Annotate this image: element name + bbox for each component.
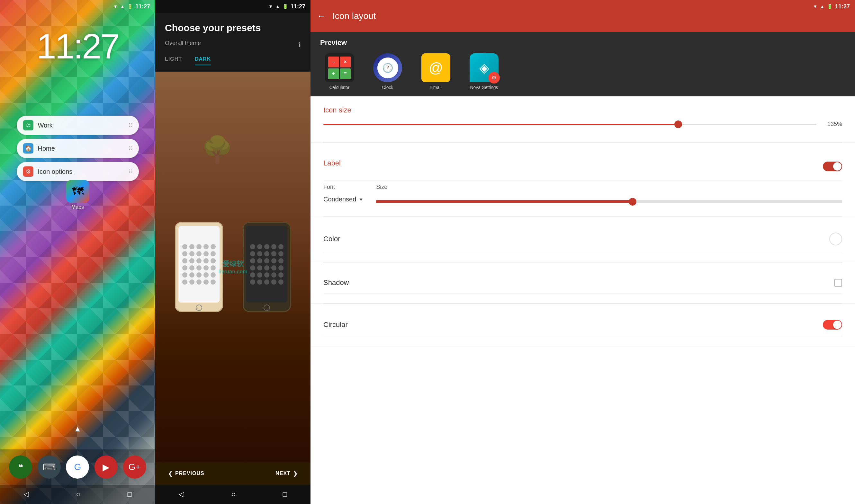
maps-icon-item[interactable]: 🗺 Maps xyxy=(66,180,89,210)
prev-arrow-icon: ❮ xyxy=(168,471,173,477)
font-dropdown-arrow: ▼ xyxy=(359,197,363,202)
dock-google[interactable]: G xyxy=(66,455,89,479)
icon-size-slider-row: 135% xyxy=(324,121,842,127)
tab-dark[interactable]: DARK xyxy=(195,56,211,65)
phone-screen-light xyxy=(178,226,220,303)
clock-icon: 🕐 xyxy=(373,53,402,82)
home-button-p2[interactable]: ○ xyxy=(231,490,235,499)
folder-item-icon-options[interactable]: ⚙ Icon options ⠿ xyxy=(17,162,139,181)
wifi-icon: ▲ xyxy=(120,4,125,9)
battery-icon-p2: 🔋 xyxy=(282,4,288,9)
font-column: Font Condensed ▼ xyxy=(324,184,363,203)
panel2-nav-bar: ◁ ○ □ xyxy=(155,485,311,504)
preview-section: Preview − × + = Calculator 🕐 Clock xyxy=(311,32,855,96)
phone-bottom-light xyxy=(176,305,222,311)
phone-mockup-dark xyxy=(243,222,291,312)
battery-icon: 🔋 xyxy=(127,4,133,9)
dots-grid-dark xyxy=(247,241,286,287)
panel2-title: Choose your presets xyxy=(165,22,301,33)
panel2-subtitle: Overall theme xyxy=(165,40,201,47)
icon-size-section: Icon size 135% xyxy=(311,96,855,143)
font-size-track[interactable] xyxy=(376,200,842,203)
back-button-p1[interactable]: ◁ xyxy=(23,490,29,499)
next-arrow-icon: ❯ xyxy=(293,471,298,477)
phones-preview: 🌳 xyxy=(155,72,311,462)
next-button[interactable]: NEXT ❯ xyxy=(276,471,298,477)
calculator-label: Calculator xyxy=(329,85,349,90)
previous-button[interactable]: ❮ PREVIOUS xyxy=(168,471,205,477)
battery-icon-p3: 🔋 xyxy=(827,4,833,9)
wifi-icon-p2: ▲ xyxy=(276,4,280,9)
back-button-p2[interactable]: ◁ xyxy=(179,490,184,499)
folder-icon-work: 🗂 xyxy=(23,120,33,130)
preview-clock: 🕐 Clock xyxy=(368,53,407,90)
color-circle[interactable] xyxy=(829,233,842,246)
shadow-label: Shadow xyxy=(324,278,349,287)
panel1-homescreen: ▼ ▲ 🔋 11:27 11:27 🗂 Work ⠿ 🏠 Home ⠿ ⚙ Ic… xyxy=(0,0,155,504)
circular-row: Circular xyxy=(324,313,842,336)
back-button-p3[interactable]: ← xyxy=(317,11,326,21)
signal-icon-p3: ▼ xyxy=(813,4,817,9)
icon-size-track[interactable] xyxy=(324,124,816,125)
status-time-panel1: 11:27 xyxy=(135,3,150,10)
folder-label-work: Work xyxy=(38,122,124,129)
circular-toggle[interactable] xyxy=(823,320,842,329)
folder-label-home: Home xyxy=(38,145,124,152)
folder-item-home[interactable]: 🏠 Home ⠿ xyxy=(17,139,139,158)
panel1-status-bar: ▼ ▲ 🔋 11:27 xyxy=(0,0,155,13)
circular-section: Circular xyxy=(311,304,855,346)
calculator-icon: − × + = xyxy=(325,53,354,82)
signal-icon-p2: ▼ xyxy=(268,4,273,9)
phone-home-dark xyxy=(264,305,270,311)
shadow-checkbox[interactable] xyxy=(834,279,842,287)
panel3-icon-layout: ▼ ▲ 🔋 11:27 ← Icon layout Preview − × + … xyxy=(311,0,855,504)
panel3-status-bar: ▼ ▲ 🔋 11:27 xyxy=(808,0,855,13)
folder-icon-home: 🏠 xyxy=(23,143,33,154)
icon-size-value: 135% xyxy=(823,121,842,127)
label-toggle[interactable] xyxy=(823,162,842,171)
preview-icons-row: − × + = Calculator 🕐 Clock @ Email xyxy=(320,53,845,90)
font-selector[interactable]: Condensed ▼ xyxy=(324,196,363,203)
folder-label-icon-options: Icon options xyxy=(38,168,124,175)
info-icon[interactable]: ℹ xyxy=(298,41,301,49)
dock-hangouts[interactable]: ❝ xyxy=(9,455,32,479)
recents-button-p2[interactable]: □ xyxy=(282,490,287,499)
dock-keyboard[interactable]: ⌨ xyxy=(38,455,61,479)
folder-grid-home: ⠿ xyxy=(128,145,133,151)
status-time-panel3: 11:27 xyxy=(835,3,850,10)
panel2-header: Choose your presets Overall theme ℹ xyxy=(155,13,311,56)
status-time-panel2: 11:27 xyxy=(291,3,306,10)
folder-icon-options: ⚙ xyxy=(23,166,33,177)
panel2-status-bar: ▼ ▲ 🔋 11:27 xyxy=(155,0,311,13)
label-section: Label Font Condensed ▼ Size xyxy=(311,143,855,216)
preview-nova-settings: ◈ ⚙ Nova Settings xyxy=(465,53,503,90)
dock-gplus[interactable]: G+ xyxy=(123,455,146,479)
home-clock: 11:27 xyxy=(0,26,155,67)
theme-tabs: LIGHT DARK xyxy=(155,56,311,65)
circular-label: Circular xyxy=(324,321,348,329)
folder-grid-work: ⠿ xyxy=(128,122,133,128)
previous-label: PREVIOUS xyxy=(175,471,205,476)
settings-content: Icon size 135% Label Font xyxy=(311,96,855,504)
toggle-thumb xyxy=(833,162,841,170)
clock-label: Clock xyxy=(382,85,393,90)
size-col-label: Size xyxy=(376,184,842,191)
signal-icon: ▼ xyxy=(113,4,118,9)
phone-home-light xyxy=(196,305,202,311)
circular-toggle-thumb xyxy=(833,321,841,329)
dock-youtube[interactable]: ▶ xyxy=(94,455,118,479)
home-button-p1[interactable]: ○ xyxy=(76,490,80,499)
icon-size-title: Icon size xyxy=(324,106,842,114)
tab-light[interactable]: LIGHT xyxy=(165,56,182,65)
icon-size-thumb[interactable] xyxy=(674,121,682,128)
font-col-label: Font xyxy=(324,184,363,191)
maps-icon-img: 🗺 xyxy=(66,180,89,203)
folder-item-work[interactable]: 🗂 Work ⠿ xyxy=(17,115,139,135)
font-size-row: Font Condensed ▼ Size xyxy=(324,184,842,203)
recents-button-p1[interactable]: □ xyxy=(127,490,132,499)
font-size-thumb[interactable] xyxy=(629,198,636,205)
nav-up-arrow: ▲ xyxy=(74,424,82,433)
tree-watermark: 🌳 xyxy=(201,134,233,165)
email-icon: @ xyxy=(421,53,450,82)
label-toggle-row: Label xyxy=(324,152,842,181)
